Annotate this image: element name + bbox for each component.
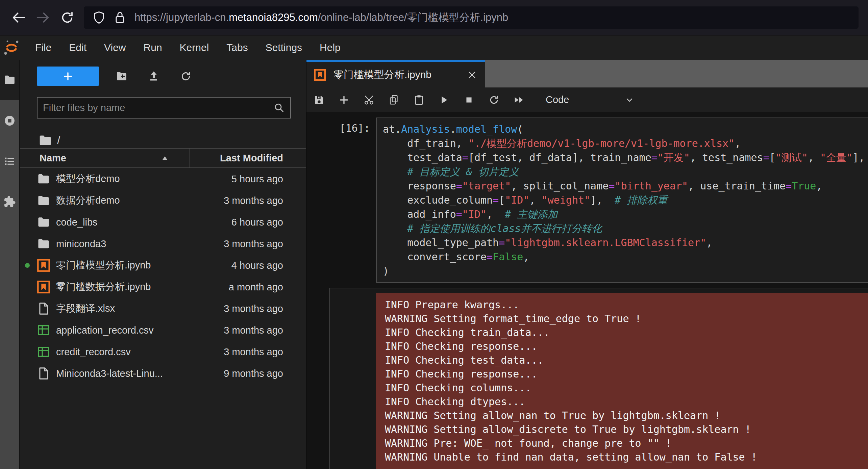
stderr-output: INFO Prepare kwargs...WARNING Setting fo… — [376, 293, 868, 469]
modified-column-label: Last Modified — [220, 153, 283, 163]
filter-files-input[interactable] — [43, 102, 273, 113]
menu-help[interactable]: Help — [311, 35, 349, 60]
sidebar-tab-table-of-contents-icon[interactable] — [0, 152, 19, 171]
cell-type-dropdown[interactable]: Code — [546, 94, 634, 105]
file-row[interactable]: 数据分析demo3 months ago — [20, 190, 306, 211]
save-button[interactable] — [306, 87, 331, 112]
code-cell[interactable]: [16]: at.Analysis.model_flow( df_train, … — [306, 118, 868, 283]
menu-view[interactable]: View — [95, 35, 134, 60]
tracking-protection-shield-icon[interactable] — [92, 11, 106, 24]
file-modified: 9 months ago — [224, 368, 306, 379]
notebook-dock: 零门槛模型分析.ipynb Code [16]: at.Analysis.mod… — [306, 60, 868, 469]
notebook-icon — [37, 280, 50, 294]
file-name: 字段翻译.xlsx — [56, 302, 115, 315]
back-icon[interactable] — [9, 8, 28, 27]
copy-button[interactable] — [381, 87, 406, 112]
menu-file[interactable]: File — [26, 35, 60, 60]
cut-button[interactable] — [356, 87, 381, 112]
fast-forward-button[interactable] — [506, 87, 531, 112]
file-row[interactable]: code_libs6 hours ago — [20, 211, 306, 233]
output-line: WARNING Setting allow_nan to True by lig… — [385, 409, 859, 422]
file-list-header: Name Last Modified — [20, 148, 306, 168]
file-row[interactable]: miniconda33 months ago — [20, 233, 306, 255]
file-browser-panel: / Name Last Modified 模型分析demo5 hours ago… — [19, 60, 306, 469]
file-row[interactable]: 零门槛数据分析.ipynba month ago — [20, 276, 306, 298]
csv-icon — [37, 345, 50, 359]
menu-settings[interactable]: Settings — [257, 35, 311, 60]
code-line: model_type_path="lightgbm.sklearn.LGBMCl… — [383, 236, 868, 250]
notebook-tab[interactable]: 零门槛模型分析.ipynb — [306, 60, 485, 87]
reload-icon[interactable] — [57, 8, 77, 27]
browser-toolbar: https://jupyterlab-cn.metanoia8295.com/o… — [0, 0, 868, 35]
tab-title: 零门槛模型分析.ipynb — [333, 68, 431, 82]
column-modified-header[interactable]: Last Modified — [190, 153, 306, 164]
sidebar-tab-files-icon[interactable] — [0, 70, 19, 89]
code-line: test_data=[df_test, df_data], train_name… — [383, 151, 868, 165]
main-area: / Name Last Modified 模型分析demo5 hours ago… — [0, 60, 868, 469]
output-line: INFO Checking test_data... — [385, 353, 859, 367]
breadcrumb[interactable]: / — [38, 133, 60, 148]
code-line: add_info="ID", # 主键添加 — [383, 207, 868, 222]
name-column-label: Name — [40, 153, 66, 164]
file-modified: a month ago — [229, 282, 306, 293]
menu-run[interactable]: Run — [135, 35, 171, 60]
file-row[interactable]: Miniconda3-latest-Linu...9 months ago — [20, 363, 306, 384]
output-line: INFO Checking dtypes... — [385, 395, 859, 409]
restart-button[interactable] — [481, 87, 506, 112]
output-line: WARNING Unable to find nan data, setting… — [385, 450, 859, 464]
menu-tabs[interactable]: Tabs — [218, 35, 256, 60]
folder-icon — [37, 172, 50, 186]
code-editor[interactable]: at.Analysis.model_flow( df_train, "./模型分… — [376, 118, 868, 283]
file-name: credit_record.csv — [56, 346, 131, 358]
jupyter-logo-icon — [3, 40, 20, 56]
code-line: response="target", split_col_name="birth… — [383, 179, 868, 193]
plus-button[interactable] — [331, 87, 356, 112]
menu-kernel[interactable]: Kernel — [171, 35, 218, 60]
url-path: /online-lab/lab/tree/零门槛模型分析.ipynb — [318, 11, 508, 23]
menu-edit[interactable]: Edit — [60, 35, 95, 60]
close-tab-icon[interactable] — [466, 69, 478, 81]
file-icon — [37, 367, 50, 380]
output-line: INFO Prepare kwargs... — [385, 298, 859, 312]
stop-button[interactable] — [456, 87, 481, 112]
refresh-button[interactable] — [176, 67, 195, 86]
output-line: WARNING Setting format_time_edge to True… — [385, 312, 859, 325]
column-name-header[interactable]: Name — [20, 149, 190, 167]
run-button[interactable] — [431, 87, 456, 112]
jupyterlab-menu-bar: FileEditViewRunKernelTabsSettingsHelp — [0, 35, 868, 60]
folder-icon — [37, 237, 50, 251]
activity-bar — [0, 60, 19, 469]
notebook-content: [16]: at.Analysis.model_flow( df_train, … — [306, 112, 868, 469]
file-row[interactable]: 模型分析demo5 hours ago — [20, 168, 306, 190]
file-row[interactable]: 字段翻译.xlsx3 months ago — [20, 298, 306, 319]
file-row[interactable]: application_record.csv3 months ago — [20, 319, 306, 341]
home-folder-icon[interactable] — [38, 133, 52, 148]
address-bar[interactable]: https://jupyterlab-cn.metanoia8295.com/o… — [84, 6, 859, 29]
forward-icon[interactable] — [33, 8, 53, 27]
paste-button[interactable] — [406, 87, 431, 112]
output-line: INFO Checking train_data... — [385, 325, 859, 339]
sidebar-tab-extensions-icon[interactable] — [0, 192, 19, 211]
file-browser-toolbar — [37, 67, 195, 86]
file-icon — [37, 302, 50, 315]
code-line: convert_score=False, — [383, 250, 868, 264]
file-modified: 6 hours ago — [231, 217, 306, 228]
code-line: # 目标定义 & 切片定义 — [383, 165, 868, 179]
file-modified: 4 hours ago — [231, 260, 306, 271]
file-row[interactable]: 零门槛模型分析.ipynb4 hours ago — [20, 255, 306, 276]
url-text: https://jupyterlab-cn.metanoia8295.com/o… — [134, 10, 508, 25]
code-line: # 指定使用训练的class并不进行打分转化 — [383, 222, 868, 236]
file-name: 零门槛数据分析.ipynb — [56, 280, 151, 294]
sidebar-tab-running-sessions-icon[interactable] — [0, 111, 19, 130]
file-name: code_libs — [56, 217, 98, 228]
new-launcher-button[interactable] — [37, 67, 99, 86]
lock-icon[interactable] — [113, 11, 127, 24]
file-row[interactable]: credit_record.csv3 months ago — [20, 341, 306, 363]
upload-button[interactable] — [144, 67, 163, 86]
cell-type-value: Code — [546, 94, 569, 105]
new-folder-button[interactable] — [112, 67, 131, 86]
file-name: 数据分析demo — [56, 194, 120, 207]
file-filter-box[interactable] — [37, 97, 291, 119]
menu-items: FileEditViewRunKernelTabsSettingsHelp — [26, 35, 349, 60]
output-line: INFO Checking response... — [385, 367, 859, 381]
